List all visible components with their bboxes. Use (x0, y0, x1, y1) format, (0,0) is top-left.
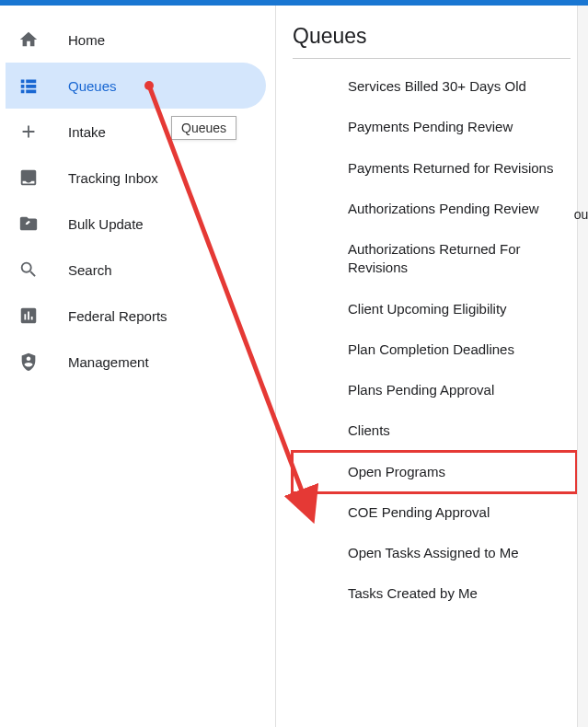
sidebar-item-tracking-inbox[interactable]: Tracking Inbox (0, 155, 275, 201)
sidebar-item-label: Federal Reports (68, 308, 167, 324)
sidebar-item-label: Queues (68, 78, 117, 94)
queue-item[interactable]: Payments Returned for Revisions (344, 148, 571, 189)
sidebar-item-label: Tracking Inbox (68, 170, 158, 186)
right-edge-strip (577, 6, 588, 727)
shield-icon (18, 352, 55, 372)
sidebar-item-label: Search (68, 262, 112, 278)
sidebar-item-label: Bulk Update (68, 216, 144, 232)
queue-item[interactable]: Plan Completion Deadlines (344, 329, 571, 370)
sidebar-item-home[interactable]: Home (0, 17, 275, 63)
queue-item[interactable]: Authorizations Pending Review (344, 189, 571, 229)
folder-edit-icon (18, 213, 55, 234)
queue-item[interactable]: Authorizations Returned For Revisions (344, 229, 571, 289)
panel-title: Queues (293, 24, 571, 59)
queue-list: Services Billed 30+ Days Old Payments Pe… (293, 66, 571, 615)
plus-icon (18, 121, 55, 142)
queue-item[interactable]: Client Upcoming Eligibility (344, 289, 571, 329)
queue-item[interactable]: Plans Pending Approval (344, 370, 571, 410)
sidebar-item-label: Home (68, 32, 105, 48)
queues-panel: Queues Services Billed 30+ Days Old Paym… (276, 6, 588, 727)
main-container: Home Queues Intake Tracking Inbox Bulk U (0, 6, 588, 727)
queue-item[interactable]: Services Billed 30+ Days Old (344, 66, 571, 107)
queue-item[interactable]: Tasks Created by Me (344, 573, 571, 614)
queue-item[interactable]: Open Tasks Assigned to Me (344, 533, 571, 573)
inbox-icon (18, 167, 55, 188)
queue-item[interactable]: COE Pending Approval (344, 492, 571, 533)
list-icon (18, 75, 55, 96)
tooltip-queues: Queues (171, 116, 236, 140)
sidebar-item-label: Management (68, 354, 149, 370)
chart-icon (18, 306, 55, 326)
queue-item[interactable]: Clients (344, 410, 571, 451)
search-icon (18, 260, 55, 280)
sidebar-nav: Home Queues Intake Tracking Inbox Bulk U (0, 6, 276, 727)
queue-item-open-programs[interactable]: Open Programs (293, 452, 576, 492)
sidebar-item-federal-reports[interactable]: Federal Reports (0, 293, 275, 339)
sidebar-item-management[interactable]: Management (0, 339, 275, 385)
sidebar-item-search[interactable]: Search (0, 247, 275, 293)
sidebar-item-queues[interactable]: Queues (6, 63, 266, 109)
home-icon (18, 29, 55, 50)
partial-text: our (574, 207, 588, 222)
queue-item[interactable]: Payments Pending Review (344, 107, 571, 147)
sidebar-item-label: Intake (68, 124, 106, 140)
sidebar-item-bulk-update[interactable]: Bulk Update (0, 201, 275, 247)
